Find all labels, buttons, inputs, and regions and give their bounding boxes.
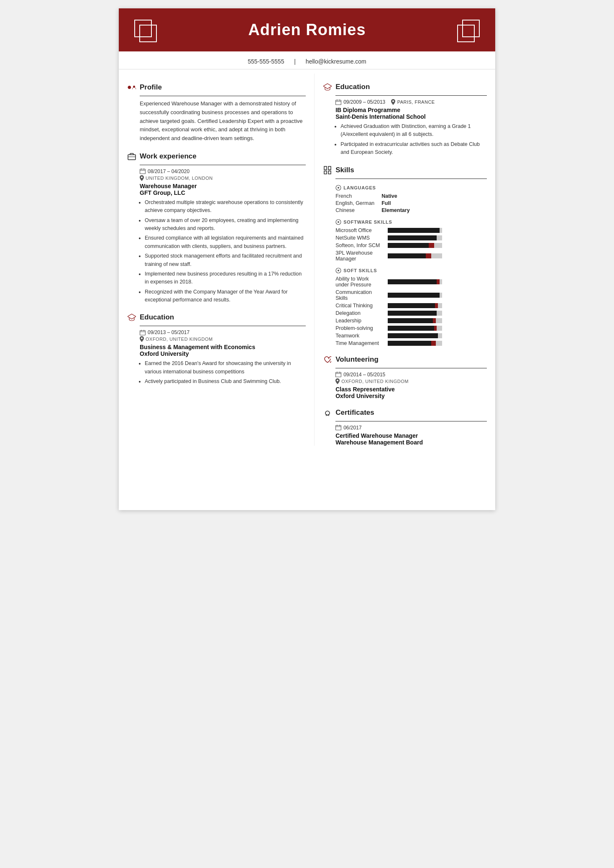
bullet-0-3: Supported stock management efforts and f… <box>145 252 306 268</box>
contact-bar: 555-555-5555 | hello@kickresume.com <box>119 51 495 69</box>
software-skill-2: Softeon, Infor SCM <box>335 243 487 248</box>
soft-skill-name-3: Delegation <box>335 310 384 316</box>
software-skills-list: Microsoft OfficeNetSuite WMSSofteon, Inf… <box>323 227 487 262</box>
edu-right-bullets-0: Achieved Graduation with Distinction, ea… <box>340 123 487 157</box>
lang-row-1: English, German Full <box>335 200 487 206</box>
edu-right-school-0: Saint-Denis International School <box>335 113 487 120</box>
soft-skill-name-5: Problem-solving <box>335 325 384 331</box>
volunteering-section-header: Volunteering <box>323 355 487 364</box>
job-dates-0: 08/2017 – 04/2020 <box>140 168 306 174</box>
job-bullets-0: Orchestrated multiple strategic warehous… <box>145 199 306 304</box>
svg-rect-36 <box>336 426 341 430</box>
edu-right-entry-0: 09/2009 – 05/2013 Paris, France IB Diplo… <box>323 99 487 157</box>
svg-rect-31 <box>336 373 341 377</box>
svg-rect-22 <box>328 166 331 170</box>
soft-skill-name-6: Teamwork <box>335 333 384 339</box>
svg-rect-21 <box>324 166 327 170</box>
software-skill-bar-2 <box>388 243 442 248</box>
soft-skill-bar-4 <box>388 318 442 323</box>
edu-right-section-header: Education <box>323 83 487 91</box>
soft-skills-list: Ability to Work under PressureCommunicat… <box>323 276 487 346</box>
header-decoration-right <box>449 17 483 50</box>
soft-skill-name-0: Ability to Work under Pressure <box>335 276 384 288</box>
certificates-section-title: Certificates <box>335 408 374 417</box>
edu-right-section-title: Education <box>335 83 370 91</box>
software-skill-1: NetSuite WMS <box>335 235 487 241</box>
soft-skill-bar-5 <box>388 326 442 331</box>
soft-skill-6: Teamwork <box>335 333 487 339</box>
contact-separator: | <box>294 58 296 65</box>
candidate-name: Adrien Romies <box>248 21 366 39</box>
software-skill-name-0: Microsoft Office <box>335 227 384 233</box>
work-icon <box>127 153 136 160</box>
languages-table: French Native English, German Full Chine… <box>335 193 487 213</box>
edu-left-location-0: Oxford, United Kingdom <box>140 336 306 342</box>
svg-rect-7 <box>140 169 146 174</box>
job-title-0: Warehouse Manager <box>140 183 306 189</box>
cert-org-0: Warehouse Management Board <box>335 439 487 446</box>
bullet-0-0: Orchestrated multiple strategic warehous… <box>145 199 306 215</box>
skills-section-title: Skills <box>335 166 354 174</box>
edu-right-bullet-0-1: Participated in extracurricular activiti… <box>340 140 487 157</box>
software-subsection-title: Software Skills <box>335 219 487 225</box>
soft-skill-bar-3 <box>388 311 442 316</box>
software-skill-0: Microsoft Office <box>335 227 487 233</box>
svg-rect-2 <box>463 20 479 37</box>
soft-skill-name-7: Time Management <box>335 340 384 346</box>
volunteering-divider <box>335 368 487 368</box>
edu-left-school-0: Oxford University <box>140 350 306 357</box>
soft-skill-bar-0 <box>388 279 442 284</box>
cert-entry-0: 06/2017 Certified Warehouse Manager Ware… <box>323 425 487 446</box>
edu-left-bullets-0: Earned the 2016 Dean's Award for showcas… <box>145 360 306 385</box>
svg-rect-3 <box>458 25 474 42</box>
software-skill-name-3: 3PL Warehouse Manager <box>335 250 384 262</box>
software-skill-3: 3PL Warehouse Manager <box>335 250 487 262</box>
profile-icon: ● <box>127 83 136 92</box>
soft-skill-7: Time Management <box>335 340 487 346</box>
svg-rect-23 <box>324 171 327 174</box>
svg-marker-11 <box>128 314 136 319</box>
edu-left-icon <box>127 314 136 321</box>
bullet-0-4: Implemented new business procedures resu… <box>145 270 306 286</box>
software-skill-bar-0 <box>388 228 442 233</box>
svg-marker-16 <box>323 84 332 89</box>
soft-skill-2: Critical Thinking <box>335 303 487 309</box>
job-company-0: GFT Group, LLC <box>140 189 306 196</box>
soft-skill-bar-7 <box>388 341 442 346</box>
svg-point-28 <box>338 221 339 223</box>
edu-left-entry-0: 09/2013 – 05/2017 Oxford, United Kingdom… <box>127 329 306 385</box>
svg-point-30 <box>338 270 339 271</box>
bullet-0-5: Recognized with the Company Manager of t… <box>145 288 306 304</box>
soft-skill-5: Problem-solving <box>335 325 487 331</box>
resume-document: Adrien Romies 555-555-5555 | hello@kickr… <box>119 8 495 510</box>
resume-header: Adrien Romies <box>119 8 495 51</box>
edu-right-divider <box>335 95 487 96</box>
left-column: ● Profile Experienced Warehouse Manager … <box>127 74 314 446</box>
lang-row-2: Chinese Elementary <box>335 207 487 213</box>
certificates-section-header: Certificates <box>323 408 487 417</box>
svg-rect-17 <box>336 100 341 105</box>
soft-skill-3: Delegation <box>335 310 487 316</box>
svg-rect-5 <box>128 155 136 160</box>
svg-rect-24 <box>328 171 331 174</box>
edu-left-section-header: Education <box>127 313 306 322</box>
work-section-title: Work experience <box>140 152 197 161</box>
profile-text: Experienced Warehouse Manager with a dem… <box>140 100 306 143</box>
bullet-0-1: Oversaw a team of over 20 employees, cre… <box>145 217 306 233</box>
edu-left-section-title: Education <box>140 313 174 322</box>
soft-subsection-title: Soft Skills <box>335 268 487 273</box>
profile-section-title: Profile <box>140 83 162 92</box>
software-skill-name-2: Softeon, Infor SCM <box>335 243 384 248</box>
vol-entry-0: 09/2014 – 05/2015 Oxford, United Kingdom… <box>323 372 487 399</box>
skills-divider <box>335 179 487 179</box>
soft-skill-bar-6 <box>388 333 442 338</box>
edu-left-bullet-0-0: Earned the 2016 Dean's Award for showcas… <box>145 360 306 376</box>
lang-row-0: French Native <box>335 193 487 199</box>
software-skill-name-1: NetSuite WMS <box>335 235 384 241</box>
soft-skill-bar-2 <box>388 303 442 308</box>
svg-rect-0 <box>135 20 151 37</box>
soft-skill-name-2: Critical Thinking <box>335 303 384 309</box>
certificates-divider <box>335 421 487 421</box>
vol-org-0: Oxford University <box>335 393 487 399</box>
soft-skill-0: Ability to Work under Pressure <box>335 276 487 288</box>
